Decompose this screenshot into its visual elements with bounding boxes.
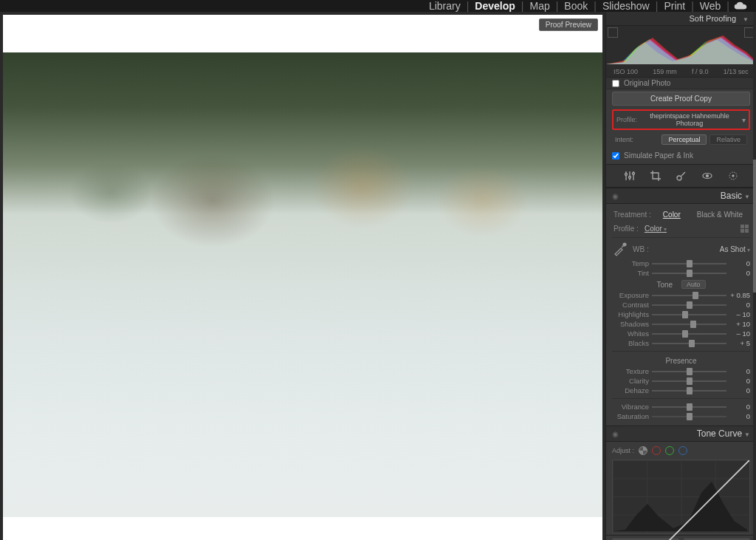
- crop-icon[interactable]: [649, 169, 662, 182]
- photo-preview: [3, 52, 602, 517]
- profile-label: Profile:: [616, 116, 637, 123]
- radial-mask-icon[interactable]: [726, 169, 740, 182]
- meta-iso: ISO 100: [614, 68, 638, 75]
- original-photo-checkbox[interactable]: [612, 80, 619, 87]
- tone-curve-graph[interactable]: [612, 459, 750, 533]
- svg-point-3: [628, 177, 630, 179]
- healing-brush-icon[interactable]: [675, 169, 688, 182]
- simulate-checkbox[interactable]: [612, 152, 619, 160]
- svg-point-1: [625, 174, 627, 176]
- chevron-down-icon: [742, 192, 750, 200]
- preview-area: Proof Preview: [0, 12, 605, 540]
- temp-slider[interactable]: Temp 0: [612, 259, 750, 268]
- eyedropper-icon[interactable]: [612, 241, 627, 257]
- chevron-down-icon: [740, 14, 749, 23]
- nav-library[interactable]: Library: [423, 0, 467, 12]
- shadow-clipping-toggle[interactable]: [608, 27, 618, 38]
- profile-browser-icon[interactable]: [740, 225, 749, 233]
- basic-panel-header[interactable]: ◉ Basic: [606, 188, 756, 204]
- intent-label: Intent:: [615, 136, 633, 143]
- intent-row: Intent: Perceptual Relative: [612, 133, 750, 146]
- intent-perceptual-button[interactable]: Perceptual: [662, 134, 707, 145]
- auto-tone-button[interactable]: Auto: [681, 280, 706, 289]
- exposure-slider[interactable]: Exposure+ 0.85: [612, 290, 750, 300]
- svg-point-13: [623, 243, 626, 246]
- panel-scrollbar[interactable]: [753, 12, 756, 540]
- module-picker: Library| Develop| Map| Book| Slideshow| …: [0, 0, 756, 12]
- tint-slider[interactable]: Tint 0: [612, 268, 750, 278]
- treatment-color[interactable]: Color: [657, 210, 687, 219]
- treatment-row: Treatment : Color Black & White: [612, 207, 750, 222]
- vibrance-slider[interactable]: Vibrance0: [612, 402, 750, 411]
- contrast-slider[interactable]: Contrast0: [612, 300, 750, 310]
- texture-slider[interactable]: Texture0: [612, 366, 750, 376]
- saturation-slider[interactable]: Saturation0: [612, 411, 750, 421]
- tone-header: Tone Auto: [612, 278, 750, 290]
- eye-icon[interactable]: ◉: [612, 430, 619, 438]
- local-adjust-toolstrip: [606, 165, 756, 188]
- svg-line-7: [681, 172, 685, 176]
- svg-point-9: [706, 175, 708, 177]
- soft-proofing-title: Soft Proofing: [689, 14, 736, 23]
- simulate-paper-ink-toggle[interactable]: Simulate Paper & Ink: [606, 149, 756, 165]
- curve-channel-green[interactable]: [665, 446, 674, 455]
- svg-point-5: [632, 173, 634, 175]
- chevron-down-icon: ▾: [742, 116, 746, 124]
- create-proof-copy-button[interactable]: Create Proof Copy: [612, 92, 750, 106]
- image-canvas[interactable]: Proof Preview: [3, 15, 602, 540]
- redeye-icon[interactable]: [701, 169, 714, 182]
- nav-book[interactable]: Book: [558, 0, 594, 12]
- svg-point-6: [677, 176, 681, 180]
- nav-map[interactable]: Map: [523, 0, 555, 12]
- histogram-metadata: ISO 100 159 mm f / 9.0 1/13 sec: [606, 68, 756, 75]
- svg-line-14: [613, 460, 749, 540]
- proof-preview-button[interactable]: Proof Preview: [539, 18, 598, 31]
- curve-channel-red[interactable]: [652, 446, 661, 455]
- intent-relative-button[interactable]: Relative: [709, 134, 747, 145]
- soft-proofing-header[interactable]: Soft Proofing: [606, 12, 756, 26]
- blacks-slider[interactable]: Blacks+ 5: [612, 338, 750, 348]
- original-photo-toggle[interactable]: Original Photo: [606, 78, 756, 89]
- meta-shutter: 1/13 sec: [724, 68, 749, 75]
- nav-develop[interactable]: Develop: [469, 0, 520, 12]
- curve-channel-row: Adjust :: [612, 446, 750, 458]
- nav-web[interactable]: Web: [694, 0, 727, 12]
- eye-icon[interactable]: ◉: [612, 192, 619, 200]
- shadows-slider[interactable]: Shadows+ 10: [612, 319, 750, 329]
- profile-dropdown[interactable]: Profile: theprintspace Hahnemuhle Photor…: [612, 109, 750, 130]
- svg-point-11: [732, 175, 733, 177]
- profile-value: theprintspace Hahnemuhle Photorag: [642, 112, 738, 127]
- tone-curve-header[interactable]: ◉ Tone Curve: [606, 425, 756, 442]
- chevron-down-icon: [742, 430, 750, 438]
- curve-channel-blue[interactable]: [678, 446, 687, 455]
- clarity-slider[interactable]: Clarity0: [612, 376, 750, 386]
- curve-channel-all[interactable]: [639, 446, 647, 455]
- nav-print[interactable]: Print: [658, 0, 691, 12]
- whites-slider[interactable]: Whites– 10: [612, 329, 750, 338]
- meta-focal: 159 mm: [653, 68, 677, 75]
- wb-preset-dropdown[interactable]: As Shot: [720, 245, 750, 253]
- dehaze-slider[interactable]: Dehaze0: [612, 386, 750, 395]
- highlights-slider[interactable]: Highlights– 10: [612, 310, 750, 319]
- nav-slideshow[interactable]: Slideshow: [597, 0, 656, 12]
- histogram[interactable]: ISO 100 159 mm f / 9.0 1/13 sec: [606, 26, 756, 78]
- presence-header: Presence: [612, 355, 750, 366]
- meta-aperture: f / 9.0: [692, 68, 709, 75]
- treatment-bw[interactable]: Black & White: [691, 210, 749, 219]
- right-panel: Soft Proofing ISO 100 159 m: [605, 12, 756, 540]
- white-balance-row: WB : As Shot: [612, 238, 750, 259]
- cloud-sync-icon[interactable]: [734, 1, 747, 10]
- basic-profile-row[interactable]: Profile : Color: [612, 222, 750, 238]
- sliders-icon[interactable]: [623, 169, 636, 182]
